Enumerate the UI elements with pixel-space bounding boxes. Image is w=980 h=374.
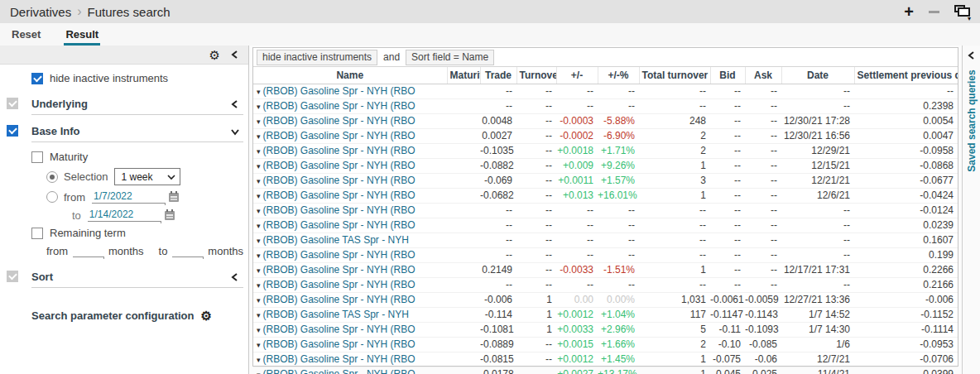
table-row[interactable]: ▾(RBOB) Gasoline Spr - NYH (RBO0.0027---… xyxy=(253,128,958,143)
calendar-icon[interactable] xyxy=(169,193,179,202)
table-row[interactable]: ▾(RBOB) Gasoline Spr - NYH (RBO-0.0815--… xyxy=(253,352,958,367)
table-row[interactable]: ▾(RBOB) Gasoline Spr - NYH (RBO---------… xyxy=(253,203,958,218)
cell-name[interactable]: ▾(RBOB) Gasoline Spr - NYH (RBO xyxy=(253,173,447,188)
cell-name[interactable]: ▾(RBOB) Gasoline Spr - NYH (RBO xyxy=(253,98,447,113)
instrument-name[interactable]: (RBOB) Gasoline Spr - NYH (RBO xyxy=(263,175,416,186)
sort-expand-icon[interactable] xyxy=(230,272,240,282)
tab-reset[interactable]: Reset xyxy=(10,25,42,46)
table-row[interactable]: ▾(RBOB) Gasoline Spr - NYH (RBO---------… xyxy=(253,247,958,262)
expand-row-icon[interactable]: ▾ xyxy=(257,237,261,245)
tab-result[interactable]: Result xyxy=(64,25,100,46)
minimize-icon[interactable] xyxy=(929,11,939,13)
instrument-name[interactable]: (RBOB) Gasoline TAS Spr - NYH xyxy=(263,309,409,320)
col-header-turnover[interactable]: Turnover xyxy=(516,67,556,84)
table-row[interactable]: ▾(RBOB) Gasoline Spr - NYH (RBO-0.0889--… xyxy=(253,337,958,352)
cell-name[interactable]: ▾(RBOB) Gasoline Spr - NYH (RBO xyxy=(253,158,447,173)
maturity-from-input[interactable]: 1/7/2022 xyxy=(92,190,165,204)
instrument-name[interactable]: (RBOB) Gasoline Spr - NYH (RBO xyxy=(263,100,416,112)
cell-name[interactable]: ▾(RBOB) Gasoline Spr - NYH (RBO xyxy=(253,352,447,367)
expand-row-icon[interactable]: ▾ xyxy=(257,296,261,304)
base-info-collapse-icon[interactable] xyxy=(230,127,240,137)
expand-row-icon[interactable]: ▾ xyxy=(257,266,261,275)
expand-row-icon[interactable]: ▾ xyxy=(257,311,261,319)
cell-name[interactable]: ▾(RBOB) Gasoline Spr - NYH (RBO xyxy=(253,277,447,292)
cell-name[interactable]: ▾(RBOB) Gasoline Spr - NYH (RBO xyxy=(253,322,447,337)
expand-row-icon[interactable]: ▾ xyxy=(257,117,261,126)
instrument-name[interactable]: (RBOB) Gasoline Spr - NYH (RBO xyxy=(263,189,416,201)
expand-row-icon[interactable]: ▾ xyxy=(257,222,261,230)
cell-name[interactable]: ▾(RBOB) Gasoline Spr - NYH (RBO xyxy=(253,292,447,307)
col-header-total-turnover[interactable]: Total turnover xyxy=(639,67,710,84)
expand-row-icon[interactable]: ▾ xyxy=(257,252,261,260)
col-header-chg[interactable]: +/- xyxy=(556,67,598,84)
cell-name[interactable]: ▾(RBOB) Gasoline TAS Spr - NYH xyxy=(253,233,447,247)
expand-row-icon[interactable]: ▾ xyxy=(257,88,261,96)
cell-name[interactable]: ▾(RBOB) Gasoline Spr - NYH (RBO xyxy=(253,262,447,277)
cell-name[interactable]: ▾(RBOB) Gasoline Spr - NYH (RBO xyxy=(253,367,447,374)
table-row[interactable]: ▾(RBOB) Gasoline TAS Spr - NYH-0.1141+0.… xyxy=(253,307,958,322)
expand-row-icon[interactable]: ▾ xyxy=(257,371,261,374)
sort-checkbox[interactable] xyxy=(7,271,18,282)
cell-name[interactable]: ▾(RBOB) Gasoline TAS Spr - NYH xyxy=(253,307,447,322)
col-header-ask[interactable]: Ask xyxy=(745,67,781,84)
table-row[interactable]: ▾(RBOB) Gasoline Spr - NYH (RBO---------… xyxy=(253,84,958,98)
col-header-date[interactable]: Date xyxy=(781,67,854,84)
cell-name[interactable]: ▾(RBOB) Gasoline Spr - NYH (RBO xyxy=(253,128,447,143)
underlying-checkbox[interactable] xyxy=(7,98,18,109)
date-range-radio[interactable] xyxy=(46,191,58,203)
instrument-name[interactable]: (RBOB) Gasoline TAS Spr - NYH xyxy=(263,234,409,246)
expand-row-icon[interactable]: ▾ xyxy=(257,341,261,349)
maturity-checkbox[interactable] xyxy=(31,151,43,163)
instrument-name[interactable]: (RBOB) Gasoline Spr - NYH (RBO xyxy=(263,368,416,374)
instrument-name[interactable]: (RBOB) Gasoline Spr - NYH (RBO xyxy=(263,338,416,350)
instrument-name[interactable]: (RBOB) Gasoline Spr - NYH (RBO xyxy=(263,324,416,335)
table-row[interactable]: ▾(RBOB) Gasoline Spr - NYH (RBO-0.0882--… xyxy=(253,158,958,173)
instrument-name[interactable]: (RBOB) Gasoline Spr - NYH (RBO xyxy=(263,353,416,365)
breadcrumb-derivatives[interactable]: Derivatives xyxy=(10,5,71,19)
expand-row-icon[interactable]: ▾ xyxy=(257,103,261,111)
table-row[interactable]: ▾(RBOB) Gasoline Spr - NYH (RBO-0.1035--… xyxy=(253,143,958,158)
config-gear-icon[interactable]: ⚙ xyxy=(201,309,212,322)
col-header-bid[interactable]: Bid xyxy=(710,67,745,84)
cell-name[interactable]: ▾(RBOB) Gasoline Spr - NYH (RBO xyxy=(253,203,447,218)
instrument-name[interactable]: (RBOB) Gasoline Spr - NYH (RBO xyxy=(263,204,416,216)
cell-name[interactable]: ▾(RBOB) Gasoline Spr - NYH (RBO xyxy=(253,337,447,352)
remaining-term-checkbox[interactable] xyxy=(31,228,43,239)
filter-chip-sort-field[interactable]: Sort field = Name xyxy=(406,50,494,65)
instrument-name[interactable]: (RBOB) Gasoline Spr - NYH (RBO xyxy=(263,115,416,127)
instrument-name[interactable]: (RBOB) Gasoline Spr - NYH (RBO xyxy=(263,219,416,231)
cell-name[interactable]: ▾(RBOB) Gasoline Spr - NYH (RBO xyxy=(253,84,447,98)
col-header-chg-pct[interactable]: +/-% xyxy=(598,67,639,84)
expand-row-icon[interactable]: ▾ xyxy=(257,162,261,170)
underlying-expand-icon[interactable] xyxy=(230,99,240,109)
instrument-name[interactable]: (RBOB) Gasoline Spr - NYH (RBO xyxy=(263,160,416,171)
expand-row-icon[interactable]: ▾ xyxy=(257,147,261,156)
table-row[interactable]: ▾(RBOB) Gasoline Spr - NYH (RBO-0.0682--… xyxy=(253,188,958,203)
search-parameter-configuration[interactable]: Search parameter configuration ⚙ xyxy=(31,309,243,322)
rt-from-input[interactable] xyxy=(73,244,103,257)
maturity-to-input[interactable]: 1/14/2022 xyxy=(88,209,161,222)
cell-name[interactable]: ▾(RBOB) Gasoline Spr - NYH (RBO xyxy=(253,218,447,233)
cell-name[interactable]: ▾(RBOB) Gasoline Spr - NYH (RBO xyxy=(253,188,447,203)
table-row[interactable]: ▾(RBOB) Gasoline Spr - NYH (RBO---------… xyxy=(253,98,958,113)
expand-row-icon[interactable]: ▾ xyxy=(257,177,261,185)
sidebar-gear-icon[interactable]: ⚙ xyxy=(209,49,220,61)
cell-name[interactable]: ▾(RBOB) Gasoline Spr - NYH (RBO xyxy=(253,247,447,262)
base-info-checkbox[interactable] xyxy=(7,125,18,137)
col-header-trade[interactable]: Trade xyxy=(480,67,516,84)
hide-inactive-checkbox[interactable] xyxy=(31,73,43,84)
instrument-name[interactable]: (RBOB) Gasoline Spr - NYH (RBO xyxy=(263,249,416,261)
table-row[interactable]: ▾(RBOB) Gasoline Spr - NYH (RBO-0.069--+… xyxy=(253,173,958,188)
table-row[interactable]: ▾(RBOB) Gasoline TAS Spr - NYH----------… xyxy=(253,233,958,247)
col-header-maturity[interactable]: Maturity xyxy=(447,67,480,84)
maturity-period-select[interactable]: 1 week xyxy=(114,168,180,185)
table-row[interactable]: ▾(RBOB) Gasoline Spr - NYH (RBO---------… xyxy=(253,277,958,292)
add-view-icon[interactable]: + xyxy=(904,3,914,20)
col-header-name[interactable]: Name xyxy=(253,67,447,84)
table-row[interactable]: ▾(RBOB) Gasoline Spr - NYH (RBO0.0048---… xyxy=(253,113,958,128)
table-row[interactable]: ▾(RBOB) Gasoline Spr - NYH (RBO---------… xyxy=(253,218,958,233)
expand-row-icon[interactable]: ▾ xyxy=(257,326,261,334)
cell-name[interactable]: ▾(RBOB) Gasoline Spr - NYH (RBO xyxy=(253,143,447,158)
saved-search-queries-tab[interactable]: Saved search queries xyxy=(966,55,978,187)
selection-radio[interactable] xyxy=(46,171,58,183)
